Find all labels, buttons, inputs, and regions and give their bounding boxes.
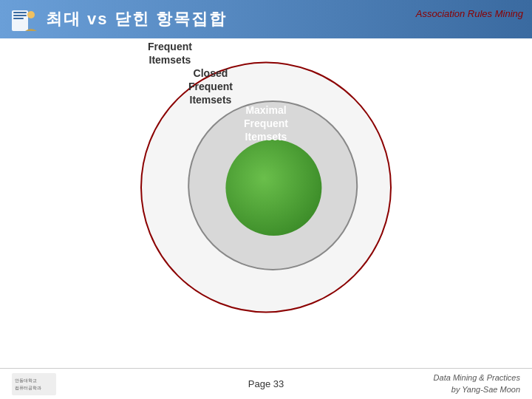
svg-rect-0 — [12, 10, 28, 31]
svg-rect-5 — [12, 373, 56, 395]
svg-text:컴퓨터공학과: 컴퓨터공학과 — [15, 386, 41, 390]
citation-text: Data Mining & Practices by Yang-Sae Moon — [434, 372, 520, 395]
header-icon — [9, 4, 38, 34]
svg-point-4 — [27, 11, 35, 18]
frequent-itemsets-label: Frequent Itemsets — [148, 40, 192, 66]
svg-rect-3 — [13, 18, 24, 19]
svg-rect-1 — [13, 12, 27, 13]
diagram-area: Frequent Itemsets Closed Frequent Itemse… — [0, 38, 532, 356]
association-rules-label: Association Rules Mining — [416, 7, 523, 21]
maximal-frequent-itemsets-label: Maximal Frequent Itemsets — [225, 103, 307, 144]
page-number: Page 33 — [248, 378, 284, 389]
svg-text:안동대학교: 안동대학교 — [15, 378, 37, 383]
maximal-frequent-itemsets-circle — [225, 140, 321, 236]
svg-rect-2 — [13, 15, 27, 16]
closed-frequent-itemsets-label: Closed Frequent Itemsets — [188, 66, 233, 107]
footer: 안동대학교 컴퓨터공학과 Page 33 Data Mining & Pract… — [0, 368, 532, 399]
page-title: 최대 vs 닫힌 항목집합 — [46, 8, 227, 30]
university-logo: 안동대학교 컴퓨터공학과 — [12, 373, 56, 395]
